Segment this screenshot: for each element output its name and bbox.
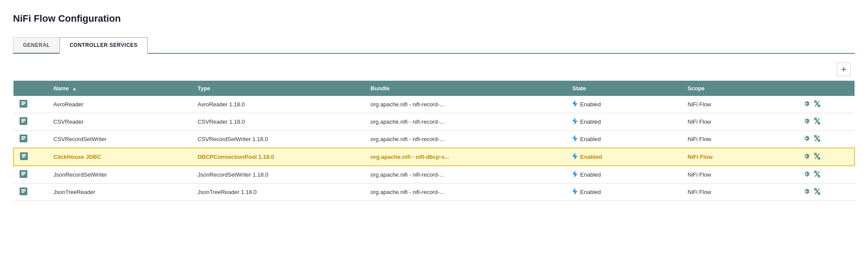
row-actions (797, 131, 855, 148)
row-icon-cell (13, 184, 47, 201)
table-row[interactable]: JsonTreeReaderJsonTreeReader 1.18.0org.a… (13, 184, 855, 201)
state-text: Enabled (580, 154, 602, 160)
gear-icon[interactable] (803, 100, 810, 109)
svg-rect-20 (21, 138, 26, 138)
add-service-button[interactable]: + (837, 62, 851, 76)
svg-marker-40 (572, 171, 578, 177)
sort-arrow-name: ▲ (72, 86, 77, 91)
col-header-name[interactable]: Name ▲ (47, 81, 191, 96)
svg-rect-28 (22, 154, 26, 155)
svg-rect-19 (21, 136, 26, 137)
row-state: Enabled (566, 148, 682, 166)
state-text: Enabled (580, 101, 601, 108)
row-bundle: org.apache.nifi - nifi-record-... (364, 96, 566, 113)
table-body: AvroReaderAvroReader 1.18.0org.apache.ni… (13, 96, 855, 201)
row-scope: NiFi Flow (682, 166, 797, 184)
gear-icon[interactable] (803, 153, 810, 161)
row-type: JsonRecordSetWriter 1.18.0 (191, 166, 364, 184)
svg-rect-3 (21, 104, 24, 105)
col-header-actions (797, 81, 855, 96)
svg-marker-13 (572, 118, 578, 125)
svg-marker-31 (572, 153, 578, 160)
lightning-icon (572, 118, 578, 126)
svg-marker-22 (572, 135, 578, 142)
row-state: Enabled (566, 96, 682, 113)
svg-rect-29 (22, 155, 26, 156)
row-actions (797, 113, 855, 131)
disable-icon[interactable] (814, 100, 820, 109)
book-icon (20, 155, 28, 161)
gear-icon[interactable] (803, 135, 810, 144)
row-state: Enabled (566, 184, 682, 201)
row-name: ClickHouse JDBC (47, 148, 191, 166)
table-row[interactable]: JsonRecordSetWriterJsonRecordSetWriter 1… (13, 166, 855, 184)
disable-icon[interactable] (814, 118, 820, 126)
tab-controller-services[interactable]: CONTROLLER SERVICES (59, 37, 148, 54)
row-scope: NiFi Flow (682, 113, 797, 131)
table-row[interactable]: CSVReaderCSVReader 1.18.0org.apache.nifi… (13, 113, 855, 131)
row-type: CSVReader 1.18.0 (191, 113, 364, 131)
state-text: Enabled (580, 136, 601, 142)
svg-rect-10 (21, 119, 26, 120)
table-row[interactable]: AvroReaderAvroReader 1.18.0org.apache.ni… (13, 96, 855, 113)
state-text: Enabled (580, 189, 601, 195)
row-type: JsonTreeReader 1.18.0 (191, 184, 364, 201)
row-actions (797, 166, 855, 184)
col-header-scope[interactable]: Scope (682, 81, 797, 96)
svg-marker-49 (572, 188, 578, 195)
row-bundle: org.apache.nifi - nifi-record-... (364, 166, 566, 184)
row-icon-cell (13, 166, 47, 184)
table-row[interactable]: ClickHouse JDBCDBCPConnectionPool 1.18.0… (13, 148, 855, 166)
row-name: AvroReader (47, 96, 191, 113)
tab-general[interactable]: GENERAL (13, 37, 59, 53)
svg-rect-38 (21, 173, 26, 174)
row-state: Enabled (566, 131, 682, 148)
row-bundle: org.apache.nifi - nifi-record-... (364, 131, 566, 148)
add-button-row: + (13, 62, 855, 76)
state-text: Enabled (580, 171, 601, 178)
disable-icon[interactable] (814, 188, 820, 197)
svg-rect-2 (21, 103, 26, 104)
row-scope: NiFi Flow (682, 96, 797, 113)
row-icon-cell (13, 131, 47, 148)
row-type: CSVRecordSetWriter 1.18.0 (191, 131, 364, 148)
lightning-icon (572, 188, 578, 196)
svg-rect-37 (21, 172, 26, 173)
row-icon-cell (13, 96, 47, 113)
row-bundle: org.apache.nifi - nifi-dbcp-s... (364, 148, 566, 166)
col-header-bundle[interactable]: Bundle (364, 81, 566, 96)
col-header-icon (13, 81, 47, 96)
row-name: JsonRecordSetWriter (47, 166, 191, 184)
row-state: Enabled (566, 166, 682, 184)
gear-icon[interactable] (803, 118, 810, 126)
svg-rect-39 (21, 174, 24, 175)
col-header-state[interactable]: State (566, 81, 682, 96)
disable-icon[interactable] (814, 135, 820, 144)
gear-icon[interactable] (803, 171, 810, 179)
book-icon (20, 120, 27, 126)
row-state: Enabled (566, 113, 682, 131)
svg-rect-1 (21, 102, 26, 102)
row-icon-cell (13, 148, 47, 166)
table-header-row: Name ▲ Type Bundle State Scope (13, 81, 855, 96)
disable-icon[interactable] (814, 153, 820, 161)
services-table: Name ▲ Type Bundle State Scope AvroReade… (13, 81, 855, 201)
row-bundle: org.apache.nifi - nifi-record-... (364, 184, 566, 201)
svg-rect-47 (21, 191, 26, 191)
table-row[interactable]: CSVRecordSetWriterCSVRecordSetWriter 1.1… (13, 131, 855, 148)
book-icon (20, 173, 27, 179)
book-icon (20, 190, 27, 197)
page-title: NiFi Flow Configuration (13, 9, 855, 24)
row-actions (797, 184, 855, 201)
lightning-icon (572, 171, 578, 179)
svg-rect-11 (21, 120, 26, 121)
svg-rect-48 (21, 192, 24, 193)
gear-icon[interactable] (803, 188, 810, 197)
row-icon-cell (13, 113, 47, 131)
row-type: DBCPConnectionPool 1.18.0 (191, 148, 364, 166)
col-header-type[interactable]: Type (191, 81, 364, 96)
svg-rect-46 (21, 189, 26, 190)
row-bundle: org.apache.nifi - nifi-record-... (364, 113, 566, 131)
tabs-container: GENERAL CONTROLLER SERVICES (13, 37, 855, 54)
disable-icon[interactable] (814, 171, 820, 179)
